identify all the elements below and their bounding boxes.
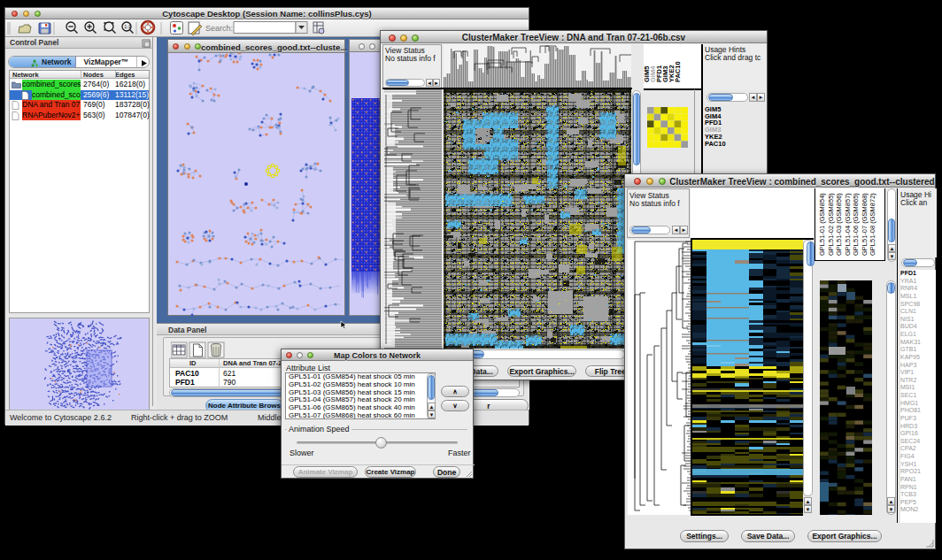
svg-text:Search:: Search: xyxy=(205,24,233,33)
svg-text:1:1: 1:1 xyxy=(124,24,131,29)
